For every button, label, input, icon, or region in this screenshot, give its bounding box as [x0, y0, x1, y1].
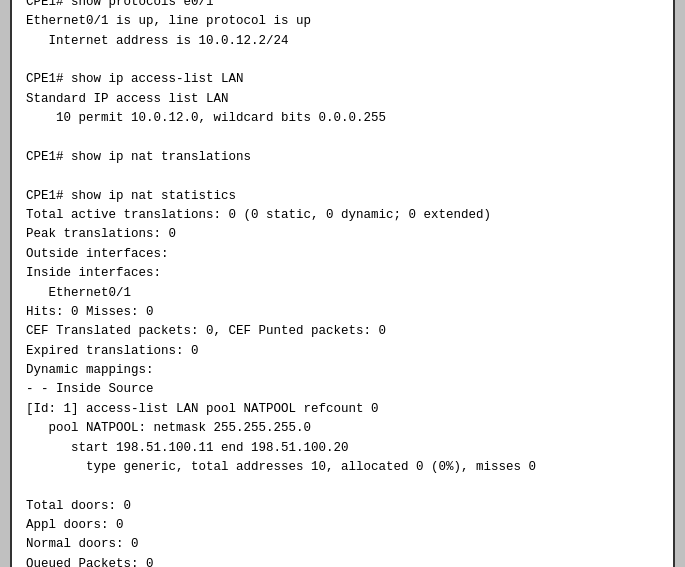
terminal-output: CPE1# show protocols e0/1 Ethernet0/1 is…	[10, 0, 675, 567]
